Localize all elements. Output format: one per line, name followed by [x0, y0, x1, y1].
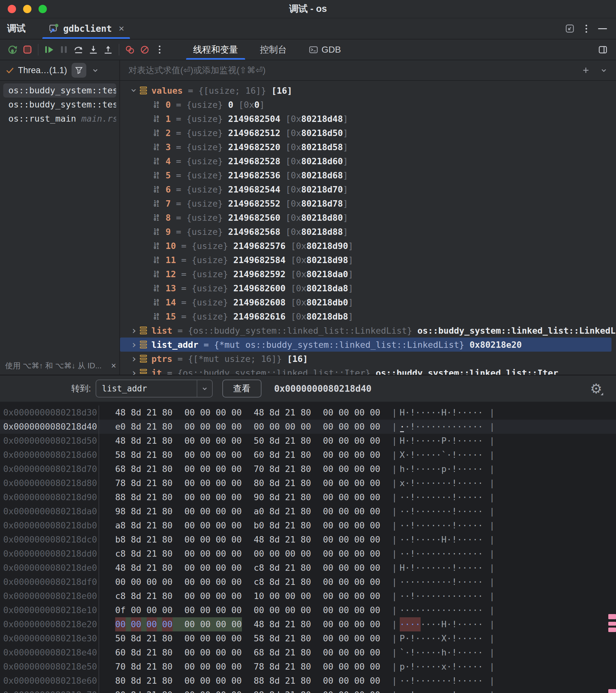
close-tab-icon[interactable]: ×	[119, 24, 124, 33]
memory-row-0x0000000080218e20[interactable]: 0x0000000080218e2000 00 00 0000 00 00 00…	[0, 617, 616, 631]
thread-selector-label[interactable]: Threa…(1.1)	[18, 65, 67, 75]
pause-button[interactable]	[57, 42, 71, 57]
watch-expression-row[interactable]: 对表达式求值(⏎)或添加监视(⇧⌘⏎)	[120, 60, 616, 81]
title-bar: 调试 - os	[0, 0, 616, 18]
resume-button[interactable]	[42, 42, 57, 57]
expand-chevron-icon[interactable]: ›	[128, 367, 140, 375]
variable-row-9[interactable]: 10019 = {usize} 2149682568 [0x80218d88]	[120, 224, 616, 239]
memory-row-0x0000000080218e70[interactable]: 0x0000000080218e7090 8d 21 8000 00 00 00…	[0, 688, 616, 693]
variable-row-ptrs[interactable]: ›ptrs = {[*mut usize; 16]} [16]	[120, 352, 616, 366]
scroll-mark[interactable]	[608, 622, 616, 626]
watch-input-placeholder[interactable]: 对表达式求值(⏎)或添加监视(⇧⌘⏎)	[128, 64, 266, 76]
memory-row-0x0000000080218dd0[interactable]: 0x0000000080218dd0c8 8d 21 8000 00 00 00…	[0, 547, 616, 561]
frame-location: main.rs…	[76, 114, 116, 123]
filter-frames-button[interactable]	[72, 63, 86, 78]
step-into-button[interactable]	[86, 42, 101, 57]
variable-row-15[interactable]: 100115 = {usize} 2149682616 [0x80218db8]	[120, 309, 616, 323]
memory-row-0x0000000080218e60[interactable]: 0x0000000080218e6080 8d 21 8000 00 00 00…	[0, 674, 616, 688]
memory-row-0x0000000080218e00[interactable]: 0x0000000080218e00c8 8d 21 8000 00 00 00…	[0, 589, 616, 603]
variable-row-12[interactable]: 100112 = {usize} 2149682592 [0x80218da0]	[120, 267, 616, 281]
tab-threads-variables[interactable]: 线程和变量	[182, 39, 249, 60]
variable-row-13[interactable]: 100113 = {usize} 2149682600 [0x80218da8]	[120, 281, 616, 295]
variable-row-1[interactable]: 10011 = {usize} 2149682504 [0x80218d48]	[120, 112, 616, 126]
add-watch-icon[interactable]	[581, 66, 590, 75]
step-out-button[interactable]	[101, 42, 116, 57]
ascii-column: x·!·······!·····	[400, 476, 483, 490]
memory-row-0x0000000080218dc0[interactable]: 0x0000000080218dc0b8 8d 21 8000 00 00 00…	[0, 533, 616, 547]
memory-row-0x0000000080218de0[interactable]: 0x0000000080218de048 8d 21 8000 00 00 00…	[0, 561, 616, 575]
stack-frame[interactable]: os::rust_main main.rs…	[3, 112, 116, 126]
memory-row-0x0000000080218e50[interactable]: 0x0000000080218e5070 8d 21 8000 00 00 00…	[0, 660, 616, 674]
tool-window-header: 调试 gdbclient ×	[0, 18, 616, 39]
hint-close-icon[interactable]: ×	[111, 361, 116, 371]
dock-window-icon[interactable]	[565, 24, 575, 33]
memory-address: 0x0000000080218dd0	[0, 547, 99, 561]
step-over-button[interactable]	[71, 42, 86, 57]
view-breakpoints-button[interactable]	[123, 42, 137, 57]
memory-row-0x0000000080218e40[interactable]: 0x0000000080218e4060 8d 21 8000 00 00 00…	[0, 646, 616, 660]
memory-row-0x0000000080218d50[interactable]: 0x0000000080218d5048 8d 21 8000 00 00 00…	[0, 434, 616, 448]
watch-chevron-down-icon[interactable]	[599, 66, 608, 75]
tab-console[interactable]: 控制台	[249, 39, 298, 60]
goto-expression-combo[interactable]: list_addr	[96, 379, 213, 397]
variable-row-11[interactable]: 100111 = {usize} 2149682584 [0x80218d98]	[120, 253, 616, 267]
variable-row-list[interactable]: ›list = {os::buddy_system::linked_list::…	[120, 323, 616, 338]
variable-row-it[interactable]: ›it = {os::buddy_system::linked_list::It…	[120, 366, 616, 375]
memory-row-0x0000000080218d30[interactable]: 0x0000000080218d3048 8d 21 8000 00 00 00…	[0, 405, 616, 420]
variable-row-10[interactable]: 100110 = {usize} 2149682576 [0x80218d90]	[120, 239, 616, 253]
variable-row-2[interactable]: 10012 = {usize} 2149682512 [0x80218d50]	[120, 126, 616, 140]
memory-settings-button[interactable]: ⚙	[589, 381, 604, 397]
expand-chevron-icon[interactable]: ›	[128, 324, 140, 337]
hide-tool-window-icon[interactable]	[598, 28, 607, 29]
memory-row-0x0000000080218d90[interactable]: 0x0000000080218d9088 8d 21 8000 00 00 00…	[0, 490, 616, 504]
goto-expression-value[interactable]: list_addr	[96, 384, 197, 393]
scroll-mark[interactable]	[608, 628, 616, 632]
ascii-delimiter: |	[392, 617, 397, 631]
memory-row-0x0000000080218e10[interactable]: 0x0000000080218e100f 00 00 0000 00 00 00…	[0, 603, 616, 617]
memory-row-0x0000000080218e30[interactable]: 0x0000000080218e3050 8d 21 8000 00 00 00…	[0, 631, 616, 646]
editor-layout-button[interactable]	[595, 42, 610, 57]
variable-name: 4	[165, 156, 171, 166]
variable-row-14[interactable]: 100114 = {usize} 2149682608 [0x80218db0]	[120, 295, 616, 309]
stop-button[interactable]	[20, 42, 35, 57]
memory-row-0x0000000080218df0[interactable]: 0x0000000080218df000 00 00 0000 00 00 00…	[0, 575, 616, 589]
view-memory-button[interactable]: 查看	[222, 379, 261, 397]
variable-row-3[interactable]: 10013 = {usize} 2149682520 [0x80218d58]	[120, 140, 616, 154]
equals-sign: =	[171, 213, 186, 223]
toolbar-more-button[interactable]	[152, 42, 167, 57]
maximize-window-button[interactable]	[39, 5, 47, 13]
memory-row-0x0000000080218d80[interactable]: 0x0000000080218d8078 8d 21 8000 00 00 00…	[0, 476, 616, 490]
mute-breakpoints-button[interactable]	[137, 42, 152, 57]
tab-gdbclient[interactable]: gdbclient ×	[42, 18, 131, 39]
scroll-mark[interactable]	[608, 689, 616, 693]
expand-chevron-icon[interactable]: ›	[128, 353, 140, 365]
variable-row-list_addr[interactable]: ›list_addr = {*mut os::buddy_system::lin…	[120, 338, 612, 352]
more-options-icon[interactable]	[585, 25, 587, 33]
memory-row-0x0000000080218d60[interactable]: 0x0000000080218d6058 8d 21 8000 00 00 00…	[0, 448, 616, 462]
variable-row-0[interactable]: 10010 = {usize} 0 [0x0]	[120, 98, 616, 112]
variable-type: {usize}	[186, 170, 223, 180]
memory-row-0x0000000080218d40[interactable]: 0x0000000080218d40e0 8d 21 8000 00 00 00…	[0, 420, 616, 434]
variable-row-6[interactable]: 10016 = {usize} 2149682544 [0x80218d70]	[120, 182, 616, 196]
combo-chevron-down-icon[interactable]	[200, 384, 209, 393]
variable-row-7[interactable]: 10017 = {usize} 2149682552 [0x80218d78]	[120, 196, 616, 211]
variable-row-values[interactable]: ›values = {[usize; 16]} [16]	[120, 83, 616, 98]
thread-selector-row[interactable]: Threa…(1.1)	[0, 60, 119, 81]
memory-row-0x0000000080218d70[interactable]: 0x0000000080218d7068 8d 21 8000 00 00 00…	[0, 462, 616, 476]
memory-row-0x0000000080218db0[interactable]: 0x0000000080218db0a8 8d 21 8000 00 00 00…	[0, 518, 616, 533]
scroll-mark[interactable]	[608, 614, 616, 619]
close-window-button[interactable]	[8, 5, 16, 13]
minimize-window-button[interactable]	[23, 5, 32, 13]
variable-row-5[interactable]: 10015 = {usize} 2149682536 [0x80218d68]	[120, 168, 616, 182]
expand-chevron-icon[interactable]: ›	[128, 85, 140, 96]
variable-row-8[interactable]: 10018 = {usize} 2149682560 [0x80218d80]	[120, 211, 616, 224]
stack-frame[interactable]: os::buddy_system::test	[3, 83, 116, 98]
hex-bytes: 88 8d 21 8000 00 00 0090 8d 21 8000 00 0…	[99, 490, 380, 504]
stack-frame[interactable]: os::buddy_system::test	[3, 98, 116, 112]
thread-chevron-down-icon[interactable]	[91, 66, 100, 75]
rerun-debug-button[interactable]	[5, 42, 20, 57]
expand-chevron-icon[interactable]: ›	[128, 338, 140, 351]
variable-row-4[interactable]: 10014 = {usize} 2149682528 [0x80218d60]	[120, 154, 616, 168]
memory-row-0x0000000080218da0[interactable]: 0x0000000080218da098 8d 21 8000 00 00 00…	[0, 504, 616, 518]
tab-gdb[interactable]: GDB	[298, 39, 352, 60]
